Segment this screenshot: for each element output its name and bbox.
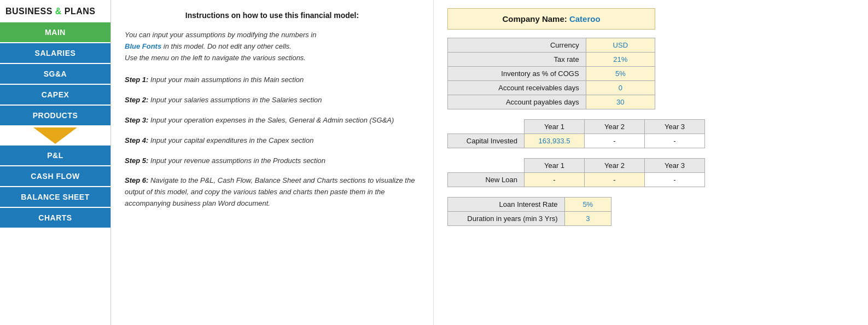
- ar-days-value[interactable]: 0: [586, 81, 655, 95]
- company-label: Company Name:: [502, 14, 567, 24]
- sidebar-item-sga[interactable]: SG&A: [0, 64, 110, 85]
- new-loan-label: New Loan: [448, 173, 525, 187]
- logo-text: BUSINESS & PLANS: [5, 7, 95, 16]
- sidebar-item-pl[interactable]: P&L: [0, 146, 110, 166]
- step-5-text: Input your revenue assumptions in the Pr…: [148, 156, 325, 165]
- capital-invested-table: Year 1 Year 2 Year 3 Capital Invested 16…: [447, 119, 705, 148]
- sidebar-item-salaries[interactable]: SALARIES: [0, 43, 110, 64]
- table-row: Loan Interest Rate 5%: [448, 198, 611, 212]
- company-name-box: Company Name: Cateroo: [447, 8, 655, 30]
- new-loan-year2[interactable]: -: [585, 173, 645, 187]
- new-loan-row: New Loan - - -: [448, 173, 705, 187]
- loan-duration-label: Duration in years (min 3 Yrs): [448, 212, 565, 226]
- step-6: Step 6: Navigate to the P&L, Cash Flow, …: [125, 175, 420, 209]
- step-5-label: Step 5:: [125, 156, 148, 165]
- sidebar-item-main[interactable]: MAIN: [0, 22, 110, 43]
- currency-label: Currency: [448, 38, 586, 53]
- tax-rate-value[interactable]: 21%: [586, 53, 655, 67]
- tax-rate-label: Tax rate: [448, 53, 586, 67]
- settings-table: Currency USD Tax rate 21% Inventory as %…: [447, 38, 655, 109]
- step-4-text: Input your capital expenditures in the C…: [148, 136, 313, 144]
- step-6-text: Navigate to the P&L, Cash Flow, Balance …: [125, 176, 415, 207]
- intro-blue: Blue Fonts: [125, 42, 161, 50]
- loan-empty-header: [448, 159, 525, 173]
- step-1-label: Step 1:: [125, 76, 148, 84]
- logo-text-after: PLANS: [62, 7, 96, 16]
- loan-year1-header: Year 1: [525, 159, 585, 173]
- step-2-text: Input your salaries assumptions in the S…: [148, 96, 322, 104]
- main-content: Instructions on how to use this financia…: [111, 0, 868, 325]
- instructions-title: Instructions on how to use this financia…: [125, 11, 420, 20]
- step-6-label: Step 6:: [125, 176, 148, 184]
- new-loan-year1[interactable]: -: [525, 173, 585, 187]
- capital-empty-header: [448, 120, 525, 134]
- sidebar-item-capex[interactable]: CAPEX: [0, 85, 110, 106]
- inventory-label: Inventory as % of COGS: [448, 67, 586, 81]
- step-3-text: Input your operation expenses in the Sal…: [148, 116, 394, 124]
- loan-duration-value[interactable]: 3: [564, 212, 611, 226]
- table-row: Inventory as % of COGS 5%: [448, 67, 655, 81]
- loan-year2-header: Year 2: [585, 159, 645, 173]
- capital-year2-value[interactable]: -: [585, 134, 645, 148]
- arrow-down-icon: [33, 127, 77, 144]
- loan-interest-value[interactable]: 5%: [564, 198, 611, 212]
- loan-settings-table: Loan Interest Rate 5% Duration in years …: [447, 197, 611, 226]
- step-2: Step 2: Input your salaries assumptions …: [125, 95, 420, 106]
- capital-year1-value[interactable]: 163,933.5: [525, 134, 585, 148]
- sidebar-item-charts[interactable]: CHARTS: [0, 208, 110, 229]
- logo-ampersand: &: [55, 7, 62, 16]
- loan-year3-header: Year 3: [645, 159, 705, 173]
- capital-year1-header: Year 1: [525, 120, 585, 134]
- table-row: Tax rate 21%: [448, 53, 655, 67]
- table-row: Account receivables days 0: [448, 81, 655, 95]
- right-panel: Company Name: Cateroo Currency USD Tax r…: [434, 0, 868, 325]
- instructions-intro: You can input your assumptions by modify…: [125, 30, 420, 63]
- new-loan-table: Year 1 Year 2 Year 3 New Loan - - -: [447, 158, 705, 187]
- step-3: Step 3: Input your operation expenses in…: [125, 115, 420, 126]
- inventory-value[interactable]: 5%: [586, 67, 655, 81]
- capital-year3-value[interactable]: -: [645, 134, 705, 148]
- step-3-label: Step 3:: [125, 116, 148, 124]
- step-4-label: Step 4:: [125, 136, 148, 144]
- step-4: Step 4: Input your capital expenditures …: [125, 135, 420, 147]
- intro-line1: You can input your assumptions by modify…: [125, 31, 316, 39]
- sidebar-item-balance[interactable]: BALANCE SHEET: [0, 187, 110, 208]
- capital-invested-label: Capital Invested: [448, 134, 525, 148]
- intro-line2: in this model. Do not edit any other cel…: [161, 42, 292, 50]
- sidebar-item-products[interactable]: PRODUCTS: [0, 106, 110, 126]
- currency-value[interactable]: USD: [586, 38, 655, 53]
- intro-line3: Use the menu on the left to navigate the…: [125, 54, 306, 62]
- capital-invested-row: Capital Invested 163,933.5 - -: [448, 134, 705, 148]
- table-row: Currency USD: [448, 38, 655, 53]
- sidebar-arrow-divider: [0, 126, 110, 146]
- ar-days-label: Account receivables days: [448, 81, 586, 95]
- table-row: Duration in years (min 3 Yrs) 3: [448, 212, 611, 226]
- step-2-label: Step 2:: [125, 96, 148, 104]
- instructions-panel: Instructions on how to use this financia…: [111, 0, 434, 325]
- step-1-text: Input your main assumptions in this Main…: [148, 76, 304, 84]
- logo: BUSINESS & PLANS: [0, 0, 110, 22]
- logo-text-before: BUSINESS: [5, 7, 55, 16]
- capital-year2-header: Year 2: [585, 120, 645, 134]
- ap-days-label: Account payables days: [448, 95, 586, 109]
- step-5: Step 5: Input your revenue assumptions i…: [125, 155, 420, 167]
- ap-days-value[interactable]: 30: [586, 95, 655, 109]
- company-value: Cateroo: [569, 14, 601, 24]
- sidebar: BUSINESS & PLANS MAIN SALARIES SG&A CAPE…: [0, 0, 111, 325]
- sidebar-item-cashflow[interactable]: CASH FLOW: [0, 166, 110, 187]
- loan-interest-label: Loan Interest Rate: [448, 198, 565, 212]
- step-1: Step 1: Input your main assumptions in t…: [125, 74, 420, 86]
- new-loan-year3[interactable]: -: [645, 173, 705, 187]
- capital-year3-header: Year 3: [645, 120, 705, 134]
- table-row: Account payables days 30: [448, 95, 655, 109]
